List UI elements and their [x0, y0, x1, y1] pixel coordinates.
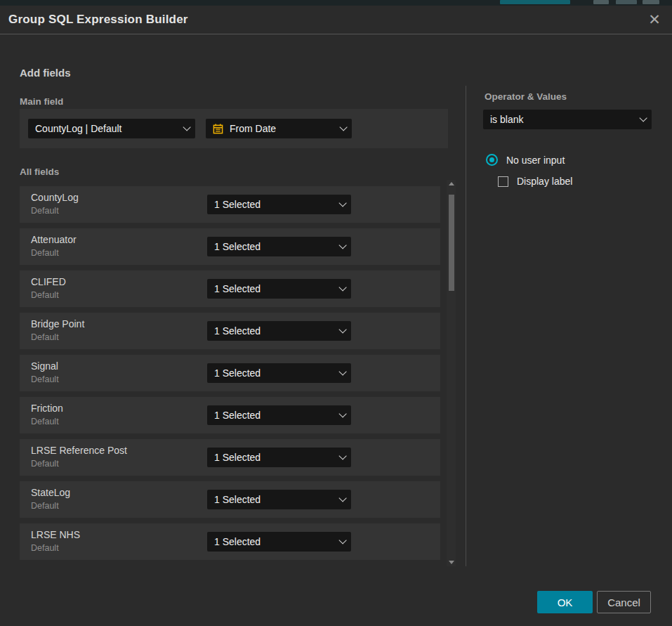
field-row[interactable]: StateLog Default 1 Selected — [20, 481, 440, 518]
field-row[interactable]: Bridge Point Default 1 Selected — [20, 313, 440, 349]
operator-values-heading: Operator & Values — [485, 91, 567, 102]
chevron-down-icon — [338, 410, 346, 417]
chevron-down-icon — [183, 123, 190, 131]
background-toolbar-fragment — [593, 0, 609, 4]
chevron-down-icon — [338, 325, 346, 333]
field-selection-dropdown[interactable]: 1 Selected — [207, 195, 351, 214]
main-field-panel: CountyLog | Default From Date — [20, 109, 448, 148]
chevron-down-icon — [339, 123, 347, 131]
background-toolbar-fragment — [616, 0, 637, 4]
field-row[interactable]: CLIFED Default 1 Selected — [20, 270, 440, 307]
chevron-down-icon — [639, 114, 647, 122]
radio-selected-icon — [486, 154, 498, 166]
all-fields-list: CountyLog Default 1 Selected Attenuator … — [20, 186, 440, 566]
background-toolbar-fragment — [643, 0, 659, 4]
field-row[interactable]: LRSE NHS Default 1 Selected — [20, 523, 440, 560]
field-selection-dropdown[interactable]: 1 Selected — [207, 363, 351, 383]
close-icon[interactable]: ✕ — [647, 12, 662, 27]
sql-expression-builder-dialog: Group SQL Expression Builder ✕ Add field… — [0, 6, 672, 626]
field-selection-value: 1 Selected — [214, 199, 333, 210]
ok-button[interactable]: OK — [537, 591, 593, 613]
field-selection-dropdown[interactable]: 1 Selected — [207, 405, 351, 425]
display-label-text: Display label — [517, 176, 572, 187]
chevron-down-icon — [338, 283, 346, 291]
field-selection-value: 1 Selected — [214, 241, 333, 252]
display-label-checkbox[interactable]: Display label — [498, 176, 572, 187]
main-field-date-value: From Date — [230, 123, 334, 134]
field-row[interactable]: Signal Default 1 Selected — [20, 355, 440, 391]
main-field-source-value: CountyLog | Default — [35, 123, 177, 134]
field-selection-dropdown[interactable]: 1 Selected — [207, 237, 351, 256]
scroll-down-icon[interactable] — [449, 561, 454, 564]
field-selection-dropdown[interactable]: 1 Selected — [207, 279, 351, 299]
field-selection-value: 1 Selected — [214, 536, 333, 547]
field-selection-dropdown[interactable]: 1 Selected — [207, 490, 351, 509]
main-field-label: Main field — [20, 96, 63, 107]
cancel-button[interactable]: Cancel — [597, 591, 651, 613]
field-selection-value: 1 Selected — [214, 494, 333, 505]
field-row[interactable]: LRSE Reference Post Default 1 Selected — [20, 439, 440, 476]
scroll-up-icon[interactable] — [449, 182, 454, 185]
field-selection-value: 1 Selected — [214, 410, 333, 421]
operator-value: is blank — [490, 114, 633, 125]
dialog-titlebar: Group SQL Expression Builder ✕ — [0, 6, 672, 34]
chevron-down-icon — [338, 367, 346, 375]
field-selection-value: 1 Selected — [214, 325, 333, 337]
chevron-down-icon — [338, 199, 346, 207]
field-selection-dropdown[interactable]: 1 Selected — [207, 448, 351, 467]
chevron-down-icon — [338, 494, 346, 502]
field-selection-value: 1 Selected — [214, 283, 333, 294]
calendar-icon — [213, 124, 223, 134]
main-field-date-dropdown[interactable]: From Date — [206, 119, 352, 138]
fields-scrollbar[interactable] — [447, 180, 456, 566]
field-row[interactable]: Attenuator Default 1 Selected — [20, 228, 440, 265]
no-user-input-label: No user input — [506, 155, 565, 166]
dialog-title: Group SQL Expression Builder — [8, 13, 188, 27]
checkbox-unchecked-icon — [498, 176, 508, 187]
field-row[interactable]: Friction Default 1 Selected — [20, 397, 440, 433]
all-fields-label: All fields — [20, 167, 59, 177]
chevron-down-icon — [338, 452, 346, 459]
background-app-strip — [0, 0, 672, 6]
field-selection-dropdown[interactable]: 1 Selected — [207, 532, 351, 552]
field-selection-dropdown[interactable]: 1 Selected — [207, 321, 351, 341]
add-fields-heading: Add fields — [20, 67, 71, 79]
operator-dropdown[interactable]: is blank — [483, 110, 652, 129]
dialog-footer: OK Cancel — [0, 591, 672, 613]
chevron-down-icon — [338, 536, 346, 544]
chevron-down-icon — [338, 241, 346, 249]
panel-divider — [466, 86, 466, 566]
main-field-source-dropdown[interactable]: CountyLog | Default — [28, 119, 195, 138]
field-selection-value: 1 Selected — [214, 452, 333, 463]
background-toolbar-fragment — [500, 0, 570, 4]
scrollbar-thumb[interactable] — [449, 195, 454, 291]
field-selection-value: 1 Selected — [214, 367, 333, 379]
no-user-input-radio[interactable]: No user input — [486, 154, 565, 166]
field-row[interactable]: CountyLog Default 1 Selected — [20, 186, 440, 223]
